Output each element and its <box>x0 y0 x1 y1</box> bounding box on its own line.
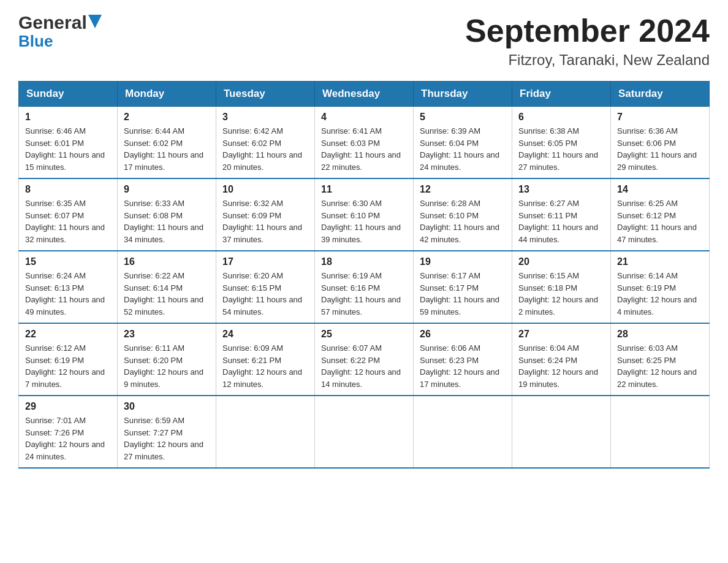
day-info: Sunrise: 6:59 AMSunset: 7:27 PMDaylight:… <box>124 415 210 462</box>
logo-triangle-icon <box>88 15 102 28</box>
day-number: 5 <box>420 112 506 123</box>
svg-marker-0 <box>88 15 102 28</box>
logo: General Blue <box>18 12 102 50</box>
day-info: Sunrise: 6:27 AMSunset: 6:11 PMDaylight:… <box>518 197 604 245</box>
calendar-cell: 11Sunrise: 6:30 AMSunset: 6:10 PMDayligh… <box>315 178 414 251</box>
day-number: 21 <box>617 256 703 267</box>
page-subtitle: Fitzroy, Taranaki, New Zealand <box>465 52 710 69</box>
page-header: General Blue September 2024 Fitzroy, Tar… <box>18 12 710 69</box>
calendar-cell: 4Sunrise: 6:41 AMSunset: 6:03 PMDaylight… <box>315 107 414 179</box>
day-info: Sunrise: 6:09 AMSunset: 6:21 PMDaylight:… <box>222 342 308 390</box>
day-info: Sunrise: 6:04 AMSunset: 6:24 PMDaylight:… <box>518 342 604 390</box>
header-day-thursday: Thursday <box>414 82 512 107</box>
day-number: 22 <box>25 329 111 340</box>
day-number: 29 <box>25 401 111 412</box>
day-number: 27 <box>518 329 604 340</box>
calendar-cell <box>611 396 710 468</box>
day-number: 14 <box>617 184 703 195</box>
day-info: Sunrise: 6:38 AMSunset: 6:05 PMDaylight:… <box>518 125 604 173</box>
calendar-cell: 5Sunrise: 6:39 AMSunset: 6:04 PMDaylight… <box>414 107 512 179</box>
calendar-cell: 19Sunrise: 6:17 AMSunset: 6:17 PMDayligh… <box>414 251 512 323</box>
logo-general: General <box>18 12 87 33</box>
calendar-header: SundayMondayTuesdayWednesdayThursdayFrid… <box>19 82 710 107</box>
calendar-cell: 23Sunrise: 6:11 AMSunset: 6:20 PMDayligh… <box>118 323 216 396</box>
day-number: 24 <box>222 329 308 340</box>
day-number: 19 <box>420 256 506 267</box>
day-info: Sunrise: 6:17 AMSunset: 6:17 PMDaylight:… <box>420 270 506 318</box>
calendar-table: SundayMondayTuesdayWednesdayThursdayFrid… <box>18 81 710 469</box>
day-number: 28 <box>617 329 703 340</box>
calendar-cell: 2Sunrise: 6:44 AMSunset: 6:02 PMDaylight… <box>118 107 216 179</box>
day-info: Sunrise: 6:41 AMSunset: 6:03 PMDaylight:… <box>321 125 407 173</box>
day-info: Sunrise: 6:19 AMSunset: 6:16 PMDaylight:… <box>321 270 407 318</box>
day-number: 4 <box>321 112 407 123</box>
day-info: Sunrise: 6:39 AMSunset: 6:04 PMDaylight:… <box>420 125 506 173</box>
day-info: Sunrise: 6:42 AMSunset: 6:02 PMDaylight:… <box>222 125 308 173</box>
day-number: 11 <box>321 184 407 195</box>
day-number: 6 <box>518 112 604 123</box>
calendar-cell: 27Sunrise: 6:04 AMSunset: 6:24 PMDayligh… <box>512 323 611 396</box>
day-info: Sunrise: 6:35 AMSunset: 6:07 PMDaylight:… <box>25 197 111 245</box>
header-row: SundayMondayTuesdayWednesdayThursdayFrid… <box>19 82 710 107</box>
calendar-cell: 12Sunrise: 6:28 AMSunset: 6:10 PMDayligh… <box>414 178 512 251</box>
day-info: Sunrise: 7:01 AMSunset: 7:26 PMDaylight:… <box>25 415 111 462</box>
week-row-1: 1Sunrise: 6:46 AMSunset: 6:01 PMDaylight… <box>19 107 710 179</box>
header-day-tuesday: Tuesday <box>216 82 315 107</box>
day-info: Sunrise: 6:32 AMSunset: 6:09 PMDaylight:… <box>222 197 308 245</box>
day-info: Sunrise: 6:07 AMSunset: 6:22 PMDaylight:… <box>321 342 407 390</box>
calendar-cell: 7Sunrise: 6:36 AMSunset: 6:06 PMDaylight… <box>611 107 710 179</box>
day-number: 25 <box>321 329 407 340</box>
day-number: 9 <box>124 184 210 195</box>
day-info: Sunrise: 6:22 AMSunset: 6:14 PMDaylight:… <box>124 270 210 318</box>
day-number: 30 <box>124 401 210 412</box>
day-info: Sunrise: 6:46 AMSunset: 6:01 PMDaylight:… <box>25 125 111 173</box>
calendar-cell: 17Sunrise: 6:20 AMSunset: 6:15 PMDayligh… <box>216 251 315 323</box>
calendar-cell: 25Sunrise: 6:07 AMSunset: 6:22 PMDayligh… <box>315 323 414 396</box>
calendar-cell: 13Sunrise: 6:27 AMSunset: 6:11 PMDayligh… <box>512 178 611 251</box>
day-info: Sunrise: 6:20 AMSunset: 6:15 PMDaylight:… <box>222 270 308 318</box>
header-day-monday: Monday <box>118 82 216 107</box>
day-info: Sunrise: 6:33 AMSunset: 6:08 PMDaylight:… <box>124 197 210 245</box>
day-info: Sunrise: 6:15 AMSunset: 6:18 PMDaylight:… <box>518 270 604 318</box>
calendar-cell: 14Sunrise: 6:25 AMSunset: 6:12 PMDayligh… <box>611 178 710 251</box>
calendar-cell: 22Sunrise: 6:12 AMSunset: 6:19 PMDayligh… <box>19 323 118 396</box>
day-number: 16 <box>124 256 210 267</box>
calendar-cell: 30Sunrise: 6:59 AMSunset: 7:27 PMDayligh… <box>118 396 216 468</box>
day-info: Sunrise: 6:24 AMSunset: 6:13 PMDaylight:… <box>25 270 111 318</box>
day-number: 26 <box>420 329 506 340</box>
day-number: 20 <box>518 256 604 267</box>
week-row-5: 29Sunrise: 7:01 AMSunset: 7:26 PMDayligh… <box>19 396 710 468</box>
calendar-cell: 29Sunrise: 7:01 AMSunset: 7:26 PMDayligh… <box>19 396 118 468</box>
calendar-cell: 20Sunrise: 6:15 AMSunset: 6:18 PMDayligh… <box>512 251 611 323</box>
calendar-cell <box>315 396 414 468</box>
day-info: Sunrise: 6:44 AMSunset: 6:02 PMDaylight:… <box>124 125 210 173</box>
day-number: 3 <box>222 112 308 123</box>
week-row-2: 8Sunrise: 6:35 AMSunset: 6:07 PMDaylight… <box>19 178 710 251</box>
day-number: 8 <box>25 184 111 195</box>
header-day-wednesday: Wednesday <box>315 82 414 107</box>
calendar-cell: 18Sunrise: 6:19 AMSunset: 6:16 PMDayligh… <box>315 251 414 323</box>
day-info: Sunrise: 6:25 AMSunset: 6:12 PMDaylight:… <box>617 197 703 245</box>
calendar-cell: 26Sunrise: 6:06 AMSunset: 6:23 PMDayligh… <box>414 323 512 396</box>
calendar-cell: 6Sunrise: 6:38 AMSunset: 6:05 PMDaylight… <box>512 107 611 179</box>
calendar-cell <box>414 396 512 468</box>
day-info: Sunrise: 6:36 AMSunset: 6:06 PMDaylight:… <box>617 125 703 173</box>
day-number: 23 <box>124 329 210 340</box>
day-number: 1 <box>25 112 111 123</box>
calendar-cell <box>216 396 315 468</box>
calendar-cell: 16Sunrise: 6:22 AMSunset: 6:14 PMDayligh… <box>118 251 216 323</box>
calendar-cell: 3Sunrise: 6:42 AMSunset: 6:02 PMDaylight… <box>216 107 315 179</box>
calendar-cell: 28Sunrise: 6:03 AMSunset: 6:25 PMDayligh… <box>611 323 710 396</box>
calendar-cell: 9Sunrise: 6:33 AMSunset: 6:08 PMDaylight… <box>118 178 216 251</box>
day-info: Sunrise: 6:11 AMSunset: 6:20 PMDaylight:… <box>124 342 210 390</box>
calendar-cell: 8Sunrise: 6:35 AMSunset: 6:07 PMDaylight… <box>19 178 118 251</box>
day-info: Sunrise: 6:12 AMSunset: 6:19 PMDaylight:… <box>25 342 111 390</box>
day-number: 15 <box>25 256 111 267</box>
header-day-saturday: Saturday <box>611 82 710 107</box>
day-number: 18 <box>321 256 407 267</box>
calendar-cell: 24Sunrise: 6:09 AMSunset: 6:21 PMDayligh… <box>216 323 315 396</box>
calendar-cell: 21Sunrise: 6:14 AMSunset: 6:19 PMDayligh… <box>611 251 710 323</box>
day-info: Sunrise: 6:28 AMSunset: 6:10 PMDaylight:… <box>420 197 506 245</box>
day-info: Sunrise: 6:06 AMSunset: 6:23 PMDaylight:… <box>420 342 506 390</box>
calendar-cell: 15Sunrise: 6:24 AMSunset: 6:13 PMDayligh… <box>19 251 118 323</box>
